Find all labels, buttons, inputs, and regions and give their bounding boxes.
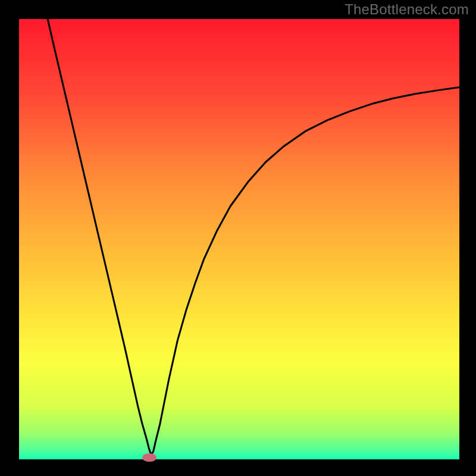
frame: TheBottleneck.com — [0, 0, 476, 476]
watermark-text: TheBottleneck.com — [345, 1, 469, 18]
minimum-marker — [142, 453, 156, 462]
curve-line — [19, 19, 459, 459]
plot-area — [19, 19, 459, 459]
